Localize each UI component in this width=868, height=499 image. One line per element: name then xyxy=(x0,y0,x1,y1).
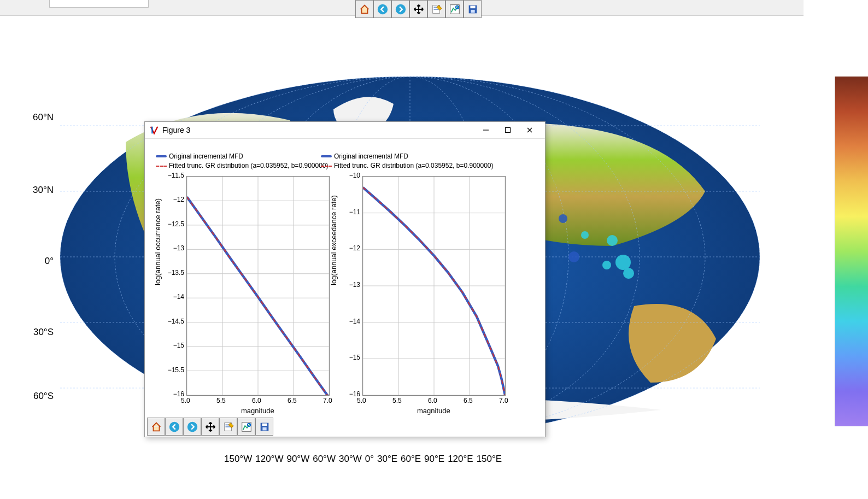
maximize-button[interactable] xyxy=(497,122,519,138)
lon-label: 150°W xyxy=(224,454,252,464)
y-tick-label: −13 xyxy=(337,281,360,289)
back-button[interactable] xyxy=(165,418,183,436)
legend-swatch-fitted-right xyxy=(321,166,332,167)
y-tick-label: −13.5 xyxy=(161,269,184,277)
partial-table-cell xyxy=(49,0,149,8)
y-tick-label: −16 xyxy=(337,390,360,398)
lat-label: 60°S xyxy=(21,391,54,402)
save-button[interactable] xyxy=(464,0,482,18)
y-axis-label: log(annual occurrence rate) xyxy=(154,198,162,285)
x-axis-label: magnitude xyxy=(241,407,274,415)
save-icon xyxy=(467,3,479,15)
y-tick-label: −15 xyxy=(161,342,184,349)
lon-label: 0° xyxy=(365,454,374,464)
chart-right-axes[interactable] xyxy=(362,176,506,396)
figure-title: Figure 3 xyxy=(162,126,190,134)
x-tick-label: 6.5 xyxy=(288,397,297,404)
legend-label-original-right: Original incremental MFD xyxy=(334,152,408,160)
lat-label: 0° xyxy=(21,256,54,267)
subplots-button[interactable] xyxy=(445,0,464,18)
svg-rect-64 xyxy=(225,426,230,427)
figure-window[interactable]: Figure 3 Original incremental MFD Fitted… xyxy=(144,121,546,437)
x-axis-label: magnitude xyxy=(417,407,450,415)
svg-point-27 xyxy=(568,251,579,262)
legend-swatch-fitted-left xyxy=(156,166,167,167)
close-button[interactable] xyxy=(519,122,541,138)
y-tick-label: −15 xyxy=(337,354,360,361)
y-tick-label: −12.5 xyxy=(161,220,184,228)
svg-point-23 xyxy=(615,255,631,270)
home-button[interactable] xyxy=(355,0,373,18)
y-tick-label: −14 xyxy=(337,318,360,325)
svg-point-25 xyxy=(602,261,611,269)
forward-button[interactable] xyxy=(391,0,409,18)
svg-point-60 xyxy=(169,421,179,431)
x-tick-label: 7.0 xyxy=(499,397,508,404)
home-button[interactable] xyxy=(147,418,165,436)
y-tick-label: −11.5 xyxy=(161,172,184,179)
legend-label-fitted-right: Fitted trunc. GR distribution (a=0.03595… xyxy=(334,162,494,169)
svg-point-0 xyxy=(377,4,387,14)
legend-label-fitted-left: Fitted trunc. GR distribution (a=0.03595… xyxy=(169,162,329,169)
lat-label: 30°N xyxy=(21,185,54,196)
chart-left-axes[interactable] xyxy=(186,176,330,396)
legend-swatch-original-right xyxy=(321,155,332,157)
lon-label: 120°E xyxy=(448,454,473,464)
x-tick-label: 6.0 xyxy=(428,397,437,404)
edit-button[interactable] xyxy=(219,418,237,436)
pan-icon xyxy=(413,3,425,15)
back-button[interactable] xyxy=(373,0,391,18)
lon-label: 90°E xyxy=(424,454,444,464)
lon-label: 120°W xyxy=(255,454,283,464)
home-icon xyxy=(359,3,371,15)
lon-label: 60°E xyxy=(401,454,421,464)
svg-point-61 xyxy=(187,421,197,431)
lat-label: 30°S xyxy=(21,327,54,338)
y-tick-label: −14 xyxy=(161,293,184,301)
x-tick-label: 6.5 xyxy=(464,397,473,404)
save-button[interactable] xyxy=(255,418,273,436)
legend-swatch-original-left xyxy=(156,155,167,157)
pan-icon xyxy=(204,421,216,433)
x-tick-label: 5.0 xyxy=(181,397,190,404)
lon-label: 150°E xyxy=(477,454,502,464)
lon-label: 30°W xyxy=(339,454,362,464)
x-tick-label: 7.0 xyxy=(323,397,332,404)
x-tick-label: 5.5 xyxy=(392,397,402,404)
x-tick-label: 5.0 xyxy=(357,397,366,404)
figure-canvas[interactable]: Original incremental MFD Fitted trunc. G… xyxy=(145,139,545,415)
forward-button[interactable] xyxy=(183,418,201,436)
y-tick-label: −12 xyxy=(337,244,360,252)
lat-label: 60°N xyxy=(21,112,54,123)
forward-icon xyxy=(395,3,407,15)
minimize-button[interactable] xyxy=(475,122,497,138)
save-icon xyxy=(259,421,271,433)
svg-rect-69 xyxy=(262,427,266,430)
svg-rect-30 xyxy=(506,128,511,133)
tk-icon xyxy=(149,125,159,135)
pan-button[interactable] xyxy=(201,418,219,436)
lon-label: 90°W xyxy=(286,454,309,464)
map-toolbar xyxy=(355,0,482,18)
y-tick-label: −14.5 xyxy=(161,318,184,325)
subplots-icon xyxy=(449,3,461,15)
svg-point-28 xyxy=(559,214,567,223)
figure-toolbar xyxy=(147,418,273,436)
pan-button[interactable] xyxy=(409,0,427,18)
y-tick-label: −10 xyxy=(337,172,360,179)
svg-rect-4 xyxy=(433,9,438,10)
subplots-icon xyxy=(241,421,253,433)
edit-icon xyxy=(431,3,443,15)
colorbar xyxy=(835,77,868,426)
figure-titlebar[interactable]: Figure 3 xyxy=(145,122,545,139)
longitude-labels: 150°W120°W90°W60°W30°W0°30°E60°E90°E120°… xyxy=(224,454,505,465)
svg-rect-8 xyxy=(470,5,475,8)
svg-point-24 xyxy=(623,268,634,279)
y-tick-label: −11 xyxy=(337,208,360,216)
edit-button[interactable] xyxy=(427,0,445,18)
svg-rect-9 xyxy=(471,9,474,12)
svg-rect-68 xyxy=(262,423,267,426)
subplots-button[interactable] xyxy=(237,418,255,436)
edit-icon xyxy=(222,421,234,433)
home-icon xyxy=(150,421,162,433)
